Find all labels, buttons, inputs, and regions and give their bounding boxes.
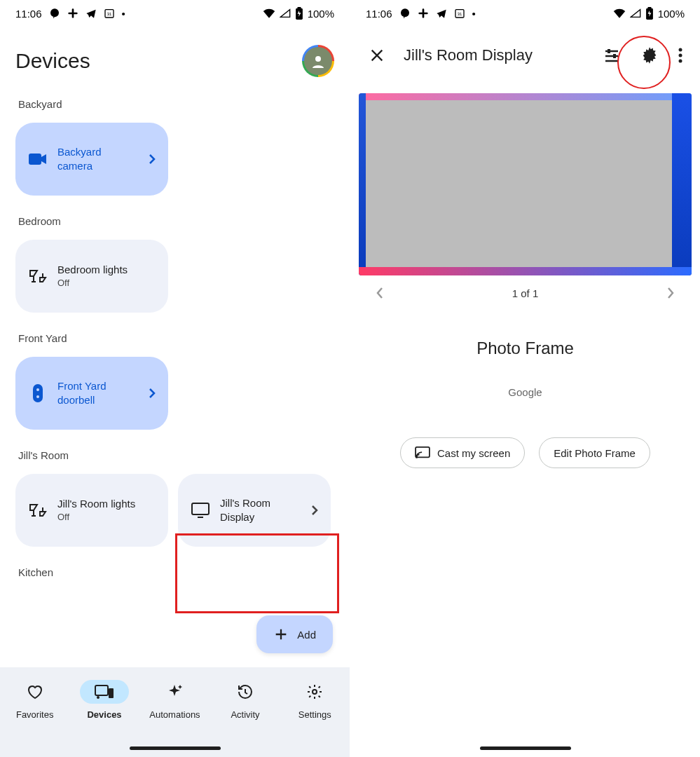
svg-text:31: 31 <box>107 12 111 16</box>
devices-header: Devices <box>0 24 350 91</box>
close-button[interactable] <box>363 41 391 69</box>
rooms-list: Backyard Backyard camera Bedroom Bedroom… <box>0 84 350 666</box>
gear-icon <box>306 683 323 700</box>
svg-point-11 <box>36 395 39 398</box>
svg-point-7 <box>315 56 321 62</box>
svg-point-16 <box>313 690 317 694</box>
page-title: Devices <box>15 49 90 73</box>
svg-rect-19 <box>418 13 427 15</box>
settings-gear-button[interactable] <box>636 41 664 69</box>
chevron-right-icon <box>149 154 156 165</box>
gesture-handle[interactable] <box>130 746 221 750</box>
status-time: 11:06 <box>366 8 392 20</box>
calendar-icon: 31 <box>104 8 115 19</box>
fab-label: Add <box>297 629 316 641</box>
room-label-kitchen: Kitchen <box>18 566 331 578</box>
status-bar: 11:06 31 • 100% <box>0 0 350 24</box>
svg-rect-12 <box>192 503 209 514</box>
device-tile-jills-lights[interactable]: Jill's Room lights Off <box>15 474 168 547</box>
svg-rect-23 <box>647 7 651 8</box>
lights-icon <box>28 502 48 519</box>
edit-photo-frame-button[interactable]: Edit Photo Frame <box>539 437 650 468</box>
detail-title: Jill's Room Display <box>404 46 585 64</box>
signal-icon <box>280 8 291 18</box>
history-icon <box>237 683 254 700</box>
nav-automations[interactable]: Automations <box>149 680 200 720</box>
svg-rect-8 <box>29 154 41 165</box>
svg-point-29 <box>679 48 682 52</box>
messenger-icon <box>399 8 411 19</box>
svg-rect-9 <box>33 384 43 402</box>
svg-point-28 <box>648 54 651 57</box>
nav-devices[interactable]: Devices <box>80 680 129 720</box>
cast-icon <box>415 446 430 459</box>
slack-icon <box>418 8 429 19</box>
svg-rect-14 <box>109 688 114 698</box>
svg-rect-24 <box>608 49 610 53</box>
more-vert-icon <box>678 48 682 63</box>
chevron-right-icon <box>149 388 156 399</box>
room-label-bedroom: Bedroom <box>18 215 331 227</box>
tile-label: Jill's Room lights Off <box>57 497 156 524</box>
nav-activity[interactable]: Activity <box>221 680 270 720</box>
room-label-backyard: Backyard <box>18 98 331 110</box>
gesture-handle[interactable] <box>480 746 571 750</box>
calendar-icon: 31 <box>454 8 465 19</box>
photo-frame-title: Photo Frame <box>350 339 700 358</box>
device-tile-jills-display[interactable]: Jill's Room Display <box>178 474 331 547</box>
tile-label: Jill's Room Display <box>220 496 301 525</box>
photo-frame-subtitle: Google <box>350 386 700 398</box>
profile-avatar[interactable] <box>302 45 334 77</box>
svg-rect-25 <box>613 54 616 58</box>
overflow-menu-button[interactable] <box>673 41 687 69</box>
svg-point-15 <box>97 696 99 699</box>
svg-rect-2 <box>68 13 77 15</box>
telegram-icon <box>85 8 97 19</box>
pager-prev-button[interactable] <box>376 287 384 299</box>
close-icon <box>369 48 385 63</box>
lights-icon <box>28 268 48 285</box>
device-tile-backyard-camera[interactable]: Backyard camera <box>15 123 168 196</box>
tile-label: Backyard camera <box>57 145 139 174</box>
svg-rect-13 <box>95 686 108 695</box>
doorbell-icon <box>28 383 48 403</box>
display-icon <box>191 503 210 518</box>
svg-point-30 <box>679 54 682 57</box>
status-dot-icon: • <box>122 8 125 20</box>
plus-icon <box>273 627 289 642</box>
phone-screen-devices: 11:06 31 • 100% Devices Backyard Backyar… <box>0 0 350 757</box>
battery-icon <box>645 7 654 20</box>
gear-icon <box>640 46 659 65</box>
wifi-icon <box>263 8 275 18</box>
add-fab-button[interactable]: Add <box>256 615 333 653</box>
cast-screen-button[interactable]: Cast my screen <box>400 437 525 468</box>
battery-percent: 100% <box>308 8 334 20</box>
slack-icon <box>67 8 78 19</box>
pager-count: 1 of 1 <box>384 287 666 299</box>
action-row: Cast my screen Edit Photo Frame <box>350 437 700 468</box>
pager-next-button[interactable] <box>666 287 675 299</box>
svg-point-31 <box>679 60 682 63</box>
bottom-nav: Favorites Devices Automations Activity S… <box>0 667 350 757</box>
detail-header: Jill's Room Display <box>350 24 700 81</box>
device-tile-frontyard-doorbell[interactable]: Front Yard doorbell <box>15 357 168 430</box>
nav-favorites[interactable]: Favorites <box>11 680 60 720</box>
battery-percent: 100% <box>658 8 685 20</box>
battery-icon <box>295 7 303 20</box>
equalizer-button[interactable] <box>598 41 626 69</box>
pager: 1 of 1 <box>350 275 700 299</box>
device-tile-bedroom-lights[interactable]: Bedroom lights Off <box>15 240 168 313</box>
heart-icon <box>27 684 43 700</box>
phone-screen-photoframe: 11:06 31 • 100% Jill's Room Display <box>350 0 700 757</box>
wifi-icon <box>613 8 626 18</box>
messenger-icon <box>49 8 60 19</box>
svg-point-10 <box>36 388 39 391</box>
media-preview[interactable] <box>359 93 692 275</box>
sparkle-icon <box>166 683 183 700</box>
room-label-jills-room: Jill's Room <box>18 449 331 461</box>
svg-rect-6 <box>297 7 301 8</box>
nav-settings[interactable]: Settings <box>290 680 339 720</box>
chevron-right-icon <box>311 505 318 516</box>
telegram-icon <box>436 8 447 19</box>
tile-label: Bedroom lights Off <box>57 263 156 289</box>
